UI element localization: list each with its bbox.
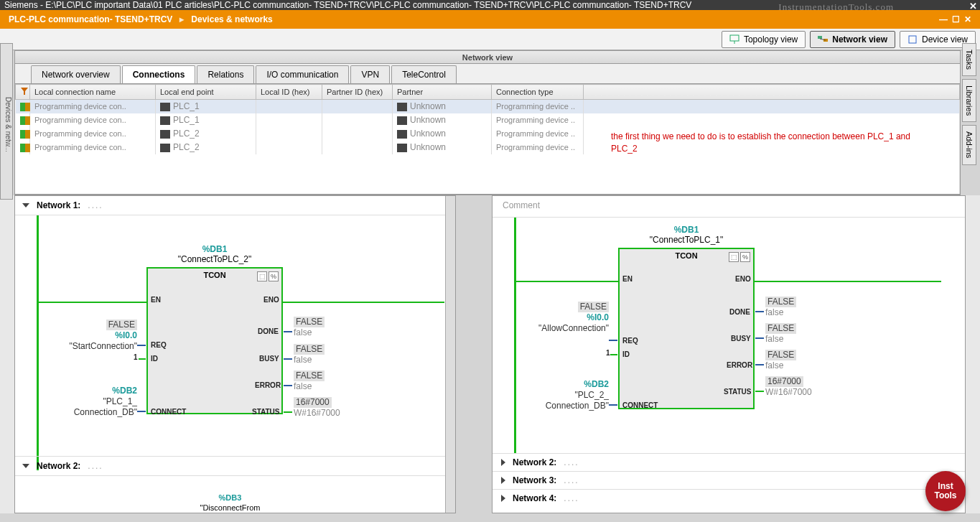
tcon-block[interactable]: TCON ⬚% [146,267,283,414]
cell-partner: Unknown [410,101,446,111]
tab-network-view[interactable]: Network view [810,31,895,48]
close-icon[interactable]: ✕ [964,14,971,24]
left-panel-collapsed[interactable]: Devices & netw... [0,43,13,200]
cell-partner: Unknown [410,142,446,152]
plc-icon [160,130,170,139]
pin-id: ID [151,355,158,363]
col-connection-type[interactable]: Connection type [492,85,584,100]
side-tab-tasks[interactable]: Tasks [962,43,976,76]
device-icon [907,34,918,45]
col-local-id[interactable]: Local ID (hex) [256,85,322,100]
connection-icon [20,130,30,139]
network-label: Network 2: [513,457,556,467]
network-1-header[interactable]: Network 1: .... [15,196,455,215]
tcon-block[interactable]: TCON ⬚% [618,248,755,409]
network-3-header[interactable]: Network 3:.... [493,471,965,489]
minimize-icon[interactable]: — [939,14,948,24]
pin-wire [284,385,292,386]
maximize-icon[interactable]: ☐ [952,14,960,24]
cell-type: Programming device .. [492,127,584,141]
plc-icon [160,144,170,152]
plc-icon [160,103,170,111]
table-row[interactable]: Programming device con.. PLC_1 Unknown P… [16,100,960,113]
scrollbar-v[interactable] [445,196,455,513]
cell-type: Programming device .. [492,141,584,154]
chevron-right-icon [501,495,505,502]
wire [39,302,146,303]
error-output: FALSEfalse [765,350,796,371]
wire [755,281,941,282]
plc-icon [397,130,407,139]
network-view-header: Network view [15,51,960,64]
app-close-icon[interactable]: ✕ [969,1,977,11]
comment-field[interactable]: Comment [493,196,965,218]
subtab-connections[interactable]: Connections [122,65,196,83]
pin-req: REQ [622,337,638,345]
network-2-header[interactable]: Network 2:.... [493,453,965,471]
req-input-label: FALSE %I0.0 "StartConnection" [58,320,137,352]
ladder-network-1[interactable]: %DB1 "ConnectToPLC_2" TCON ⬚% EN ENO REQ… [15,215,455,470]
col-local-connection[interactable]: Local connection name [30,85,156,100]
subtab-io-communication[interactable]: I/O communication [256,65,349,83]
pin-wire [755,311,764,312]
crumb-view[interactable]: Devices & networks [191,14,272,24]
pin-en: EN [151,296,161,304]
pin-wire [137,411,146,412]
pin-wire [609,340,617,341]
pane-divider[interactable] [456,195,492,513]
db3-label: %DB3 "DisconnectFrom [15,493,445,513]
ladder-network-1-right[interactable]: %DB1 "ConnectToPLC_1" TCON ⬚% EN ENO REQ… [493,218,965,453]
side-tab-libraries[interactable]: Libraries [962,79,976,122]
pin-connect: CONNECT [151,408,186,416]
plc-icon [397,116,407,125]
plc-icon [160,116,170,125]
pin-busy: BUSY [731,335,751,342]
table-row[interactable]: Programming device con.. PLC_1 Unknown P… [16,113,960,127]
connect-input-label: %DB2 "PLC_2_ Connection_DB" [528,379,609,411]
pin-status: STATUS [724,388,752,396]
pin-wire [284,331,292,332]
left-rail [37,215,39,470]
network-2-label: Network 2: [37,461,80,471]
tab-topology-view[interactable]: Topology view [722,31,806,48]
pin-connect: CONNECT [622,401,658,409]
side-tab-addins[interactable]: Add-ins [962,125,976,164]
col-local-endpoint[interactable]: Local end point [156,85,256,100]
cell-endpoint: PLC_2 [173,142,200,152]
pin-id: ID [622,350,630,358]
network-2-header[interactable]: Network 2: .... [15,456,455,476]
subtab-network-overview[interactable]: Network overview [31,65,121,83]
cell-type: Programming device .. [492,113,584,127]
req-input-label: FALSE %I0.0 "AllowConnection" [528,302,609,343]
chevron-right-icon [501,459,505,466]
col-partner-id[interactable]: Partner ID (hex) [322,85,393,100]
pin-wire [139,358,146,360]
topology-icon [729,34,739,45]
block-help-icon[interactable]: % [269,271,279,281]
svg-rect-2 [818,36,822,39]
pin-status: STATUS [252,408,280,416]
error-output: FALSEfalse [294,370,325,392]
block-instance-label: %DB1 "ConnectToPLC_1" [618,225,755,245]
block-config-icon[interactable]: ⬚ [729,252,739,262]
db-name: "ConnectToPLC_1" [650,235,724,245]
pin-wire [755,364,764,365]
subtab-telecontrol[interactable]: TeleControl [391,65,457,83]
crumb-project[interactable]: PLC-PLC communcation- TSEND+TRCV [9,14,172,24]
block-help-icon[interactable]: % [740,252,750,262]
block-config-icon[interactable]: ⬚ [257,271,267,281]
pin-wire [284,411,292,413]
cell-partner: Unknown [410,129,446,139]
cell-name: Programming device con.. [30,127,156,141]
done-output: FALSEfalse [765,297,796,318]
subtab-relations[interactable]: Relations [197,65,254,83]
sub-tab-bar: Network overview Connections Relations I… [15,64,960,84]
db-tag: %DB1 [674,225,699,235]
subtab-vpn[interactable]: VPN [350,65,390,83]
cell-name: Programming device con.. [30,113,156,127]
connection-icon [20,103,30,111]
col-icon[interactable] [16,85,30,100]
col-spare [584,85,960,100]
network-4-header[interactable]: Network 4:.... [493,489,965,507]
col-partner[interactable]: Partner [393,85,492,100]
